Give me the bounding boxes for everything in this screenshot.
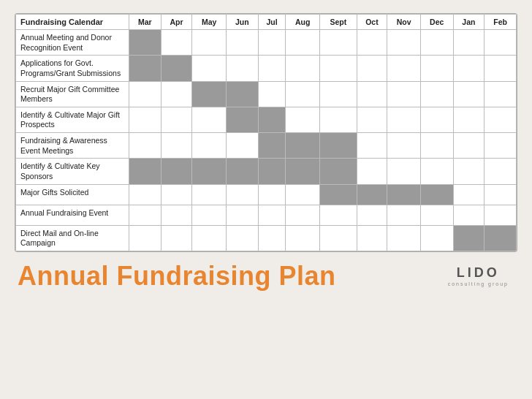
calendar-cell — [387, 30, 421, 56]
calendar-cell — [357, 159, 387, 184]
calendar-cell — [357, 81, 387, 107]
calendar-cell — [420, 56, 453, 81]
calendar-cell — [258, 225, 286, 251]
calendar-cell — [161, 225, 192, 251]
calendar-cell — [453, 159, 484, 184]
header-apr: Apr — [161, 15, 192, 30]
calendar-cell — [484, 30, 517, 56]
calendar-cell — [227, 225, 259, 251]
calendar-cell — [258, 107, 286, 132]
row-label: Major Gifts Solicited — [16, 184, 129, 205]
calendar-cell — [227, 30, 259, 56]
calendar-cell — [129, 159, 162, 184]
calendar-cell — [319, 107, 357, 132]
calendar-cell — [129, 205, 162, 225]
calendar-cell — [192, 56, 227, 81]
table-row: Fundraising & Awareness Event Meetings — [16, 133, 517, 159]
calendar-cell — [192, 30, 227, 56]
calendar-cell — [453, 133, 484, 159]
calendar-cell — [357, 56, 387, 81]
calendar-cell — [387, 205, 421, 225]
calendar-cell — [192, 107, 227, 132]
calendar-cell — [484, 81, 517, 107]
calendar-cell — [129, 225, 162, 251]
calendar-cell — [357, 133, 387, 159]
calendar-cell — [161, 56, 192, 81]
calendar-table-wrapper: Fundraising Calendar Mar Apr May Jun Jul… — [15, 13, 517, 252]
calendar-cell — [227, 133, 259, 159]
calendar-cell — [357, 184, 387, 205]
table-row: Applications for Govt. Programs/Grant Su… — [16, 56, 517, 81]
row-label: Fundraising & Awareness Event Meetings — [16, 133, 129, 159]
table-row: Recruit Major Gift Committee Members — [16, 81, 517, 107]
calendar-cell — [227, 159, 259, 184]
calendar-cell — [420, 184, 453, 205]
calendar-cell — [129, 81, 162, 107]
calendar-cell — [129, 56, 162, 81]
header-oct: Oct — [357, 15, 387, 30]
header-dec: Dec — [420, 15, 453, 30]
calendar-cell — [357, 225, 387, 251]
calendar-cell — [227, 81, 259, 107]
calendar-cell — [387, 107, 421, 132]
calendar-cell — [129, 107, 162, 132]
row-label: Applications for Govt. Programs/Grant Su… — [16, 56, 129, 81]
calendar-cell — [258, 205, 286, 225]
table-row: Annual Fundraising Event — [16, 205, 517, 225]
calendar-cell — [129, 133, 162, 159]
table-row: Direct Mail and On-line Campaign — [16, 225, 517, 251]
row-label: Direct Mail and On-line Campaign — [16, 225, 129, 251]
calendar-cell — [484, 107, 517, 132]
calendar-cell — [357, 30, 387, 56]
calendar-cell — [258, 184, 286, 205]
calendar-cell — [192, 205, 227, 225]
calendar-cell — [286, 107, 320, 132]
calendar-cell — [319, 159, 357, 184]
calendar-cell — [484, 56, 517, 81]
calendar-cell — [319, 225, 357, 251]
row-label: Identify & Cultivate Major Gift Prospect… — [16, 107, 129, 132]
calendar-cell — [286, 184, 320, 205]
logo-area: LIDO consulting group — [448, 265, 509, 286]
row-label: Annual Meeting and Donor Recognition Eve… — [16, 30, 129, 56]
calendar-cell — [420, 159, 453, 184]
slide-container: Fundraising Calendar Mar Apr May Jun Jul… — [0, 0, 532, 399]
header-jan: Jan — [453, 15, 484, 30]
calendar-cell — [484, 184, 517, 205]
calendar-cell — [453, 81, 484, 107]
calendar-cell — [286, 159, 320, 184]
calendar-cell — [357, 107, 387, 132]
calendar-cell — [258, 81, 286, 107]
calendar-cell — [387, 184, 421, 205]
header-aug: Aug — [286, 15, 320, 30]
calendar-cell — [258, 159, 286, 184]
header-label: Fundraising Calendar — [16, 15, 129, 30]
calendar-cell — [387, 81, 421, 107]
calendar-cell — [453, 30, 484, 56]
calendar-cell — [387, 225, 421, 251]
calendar-cell — [286, 81, 320, 107]
calendar-cell — [319, 30, 357, 56]
calendar-cell — [258, 133, 286, 159]
bottom-section: Annual Fundraising Plan LIDO consulting … — [15, 261, 517, 292]
calendar-cell — [484, 159, 517, 184]
calendar-cell — [319, 81, 357, 107]
calendar-cell — [192, 184, 227, 205]
calendar-cell — [453, 56, 484, 81]
header-mar: Mar — [129, 15, 162, 30]
calendar-cell — [192, 81, 227, 107]
header-may: May — [192, 15, 227, 30]
row-label: Identify & Cultivate Key Sponsors — [16, 159, 129, 184]
table-row: Major Gifts Solicited — [16, 184, 517, 205]
calendar-cell — [227, 107, 259, 132]
calendar-cell — [286, 205, 320, 225]
calendar-cell — [192, 133, 227, 159]
calendar-cell — [227, 56, 259, 81]
calendar-cell — [420, 107, 453, 132]
calendar-cell — [286, 225, 320, 251]
calendar-cell — [453, 205, 484, 225]
page-title: Annual Fundraising Plan — [18, 261, 336, 292]
calendar-cell — [161, 205, 192, 225]
calendar-cell — [286, 133, 320, 159]
calendar-cell — [227, 205, 259, 225]
